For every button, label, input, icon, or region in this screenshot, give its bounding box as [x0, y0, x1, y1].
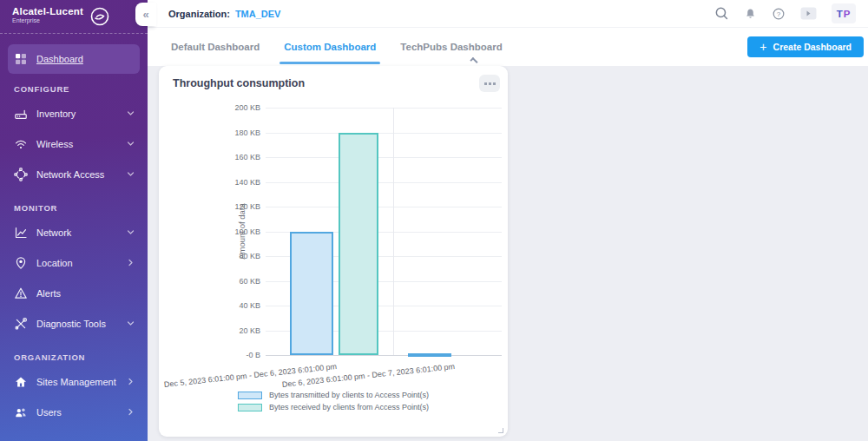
sidebar: Alcatel-Lucent Enterprise DashboardCONFI…: [0, 0, 148, 441]
topbar: Organization: TMA_DEV ? TP: [148, 0, 868, 28]
throughput-bar-chart: 200 KB180 KB160 KB140 KB120 KB100 KB80 K…: [159, 66, 508, 437]
sidebar-item-users[interactable]: Users: [8, 397, 140, 427]
avatar-initial-1: T: [837, 9, 844, 19]
video-tutorials-icon[interactable]: [800, 7, 817, 20]
sidebar-item-label: Users: [36, 407, 62, 418]
chevron-right-icon: [127, 259, 135, 267]
legend-swatch-icon: [238, 404, 262, 411]
sites-management-icon: [14, 375, 28, 389]
sidebar-item-network-access[interactable]: Network Access: [8, 159, 140, 189]
section-label-organization: ORGANIZATION: [8, 351, 140, 365]
gridline: [266, 108, 502, 109]
sidebar-item-inventory[interactable]: Inventory: [8, 98, 140, 128]
dashboard-tabs: Default DashboardCustom DashboardTechPub…: [159, 28, 515, 66]
y-axis-label: Amount of data: [237, 108, 247, 355]
inventory-icon: [14, 107, 28, 121]
create-dashboard-button[interactable]: + Create Dashboard: [747, 36, 864, 57]
gridline: [266, 133, 502, 134]
dashboard-tabs-bar: Default DashboardCustom DashboardTechPub…: [148, 28, 868, 66]
legend-item-series0: Bytes transmitted by clients to Access P…: [238, 391, 429, 399]
wireless-icon: [14, 137, 28, 151]
brand: Alcatel-Lucent Enterprise: [0, 0, 148, 34]
network-icon: [14, 226, 28, 240]
tab-techpubs-dashboard[interactable]: TechPubs Dashboard: [388, 28, 514, 66]
svg-text:?: ?: [777, 10, 781, 17]
legend-label: Bytes transmitted by clients to Access P…: [269, 391, 429, 399]
sidebar-item-label: Location: [36, 258, 73, 268]
gridline: [266, 207, 502, 207]
tab-default-dashboard[interactable]: Default Dashboard: [159, 28, 272, 66]
create-dashboard-label: Create Dashboard: [773, 42, 852, 52]
legend-swatch-icon: [238, 392, 262, 399]
sidebar-navigation: DashboardCONFIGUREInventoryWirelessNetwo…: [0, 44, 148, 427]
bell-icon[interactable]: [744, 7, 757, 20]
dashboard-canvas: Throughput consumption 200 KB180 KB160 K…: [148, 66, 868, 441]
gridline: [393, 108, 394, 355]
brand-name: Alcatel-Lucent: [12, 6, 83, 16]
avatar-initial-2: P: [844, 9, 852, 19]
throughput-widget: Throughput consumption 200 KB180 KB160 K…: [159, 66, 508, 437]
collapse-sidebar-button[interactable]: «: [135, 3, 156, 26]
sidebar-item-label: Network Access: [36, 169, 104, 180]
tab-custom-dashboard[interactable]: Custom Dashboard: [272, 28, 388, 66]
chevron-down-icon: [127, 109, 135, 117]
brand-subtitle: Enterprise: [12, 17, 83, 23]
users-icon: [14, 405, 28, 419]
legend-item-series1: Bytes received by clients from Access Po…: [238, 403, 429, 411]
legend-label: Bytes received by clients from Access Po…: [269, 403, 429, 411]
gridline: [266, 157, 502, 158]
sidebar-item-label: Network: [36, 227, 71, 238]
gridline: [266, 355, 502, 356]
sidebar-item-label: Inventory: [36, 109, 76, 119]
bar-series1-group0[interactable]: [339, 133, 378, 356]
search-icon[interactable]: [714, 6, 729, 21]
diagnostic-tools-icon: [14, 317, 28, 331]
sidebar-item-label: Dashboard: [36, 54, 83, 64]
sidebar-item-sites-management[interactable]: Sites Management: [8, 366, 140, 397]
organization-value[interactable]: TMA_DEV: [235, 9, 281, 19]
sidebar-item-wireless[interactable]: Wireless: [8, 128, 140, 159]
sidebar-item-alerts[interactable]: Alerts: [8, 278, 140, 308]
gridline: [266, 182, 502, 183]
chevron-down-icon: [127, 140, 135, 148]
widget-resize-handle-icon[interactable]: [498, 428, 503, 433]
sidebar-item-label: Sites Management: [36, 377, 116, 387]
alerts-icon: [14, 286, 28, 300]
section-label-monitor: MONITOR: [8, 201, 140, 215]
chevron-down-icon: [127, 170, 135, 178]
user-avatar[interactable]: TP: [832, 3, 856, 23]
bar-series0-group0[interactable]: [290, 232, 333, 356]
section-label-configure: CONFIGURE: [8, 82, 140, 96]
plus-icon: +: [760, 41, 766, 53]
chevron-right-icon: [127, 408, 135, 416]
chart-legend: Bytes transmitted by clients to Access P…: [238, 391, 429, 411]
bar-series0-group1[interactable]: [408, 353, 451, 357]
sidebar-item-label: Diagnostic Tools: [36, 319, 106, 329]
collapse-chevrons-icon: «: [142, 8, 148, 21]
sidebar-item-dashboard[interactable]: Dashboard: [8, 44, 140, 74]
sidebar-item-label: Wireless: [36, 139, 73, 149]
sidebar-item-location[interactable]: Location: [8, 247, 140, 278]
chevron-down-icon: [127, 228, 135, 236]
chevron-down-icon: [127, 319, 135, 327]
sidebar-item-label: Alerts: [36, 288, 61, 299]
organization-label: Organization:: [168, 9, 230, 19]
help-icon[interactable]: ?: [772, 7, 786, 21]
sidebar-item-network[interactable]: Network: [8, 217, 140, 247]
ale-logo-icon: [90, 7, 109, 26]
sidebar-item-diagnostic-tools[interactable]: Diagnostic Tools: [8, 308, 140, 339]
network-access-icon: [14, 168, 28, 181]
location-icon: [14, 256, 28, 270]
dashboard-icon: [14, 52, 28, 66]
chevron-right-icon: [127, 378, 135, 385]
